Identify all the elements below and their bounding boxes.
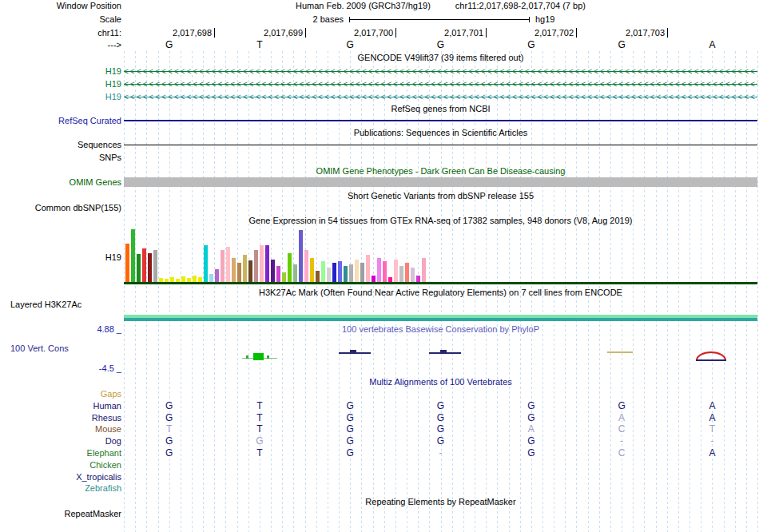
gtex-bar[interactable] xyxy=(399,266,403,282)
species-label[interactable]: Chicken xyxy=(0,460,121,470)
gtex-bar[interactable] xyxy=(310,258,314,282)
gtex-bar[interactable] xyxy=(131,229,135,282)
gtex-bar[interactable] xyxy=(338,261,342,282)
ruler-tick xyxy=(305,28,306,38)
gtex-bar[interactable] xyxy=(153,250,157,282)
alignment-base: G xyxy=(437,436,444,447)
gtex-bar[interactable] xyxy=(321,261,325,282)
gtex-bar[interactable] xyxy=(243,255,247,282)
gtex-bar[interactable] xyxy=(204,245,208,282)
species-label[interactable]: Dog xyxy=(0,436,121,447)
gtex-bar[interactable] xyxy=(355,260,359,282)
gtex-bar[interactable] xyxy=(316,271,320,282)
gencode-transcript-label[interactable]: H19 xyxy=(0,79,121,89)
repeatmasker-label[interactable]: RepeatMasker xyxy=(0,509,121,519)
gencode-transcript-label[interactable]: H19 xyxy=(0,66,121,77)
gtex-bar[interactable] xyxy=(237,263,241,282)
sequences-label[interactable]: Sequences xyxy=(0,140,121,150)
gtex-bar[interactable] xyxy=(405,263,409,282)
gtex-bar[interactable] xyxy=(293,264,297,282)
window-position-label: Window Position xyxy=(0,1,121,11)
h3k27ac-label[interactable]: Layered H3K27Ac xyxy=(10,300,81,310)
gtex-bar[interactable] xyxy=(248,260,252,282)
gtex-bar[interactable] xyxy=(383,261,387,282)
gtex-bar[interactable] xyxy=(260,245,264,282)
gtex-bar[interactable] xyxy=(288,253,292,282)
conservation-mark xyxy=(339,352,371,354)
alignment-base: - xyxy=(710,436,713,447)
h3k27ac-band-bottom[interactable] xyxy=(124,318,757,321)
gtex-gene-label[interactable]: H19 xyxy=(0,252,121,263)
gtex-bar[interactable] xyxy=(327,268,331,282)
ruler-tick xyxy=(395,28,396,38)
alignment-base: G xyxy=(165,413,173,423)
gtex-bar[interactable] xyxy=(193,276,197,282)
scale-bar xyxy=(349,19,530,20)
position-text: chr11:2,017,698-2,017,704 (7 bp) xyxy=(455,1,586,10)
gtex-bar[interactable] xyxy=(411,268,415,282)
gtex-bar[interactable] xyxy=(276,266,280,282)
gtex-bar[interactable] xyxy=(221,250,225,282)
gtex-bar[interactable] xyxy=(349,264,353,282)
alignment-base: G xyxy=(618,401,625,411)
gtex-bar[interactable] xyxy=(372,276,376,282)
gtex-bar[interactable] xyxy=(394,260,398,282)
gencode-transcript-label[interactable]: H19 xyxy=(0,92,121,102)
gtex-bar[interactable] xyxy=(254,250,258,282)
gtex-bar[interactable] xyxy=(137,254,141,282)
gtex-bar[interactable] xyxy=(226,247,230,282)
dbsnp-label[interactable]: Common dbSNP(155) xyxy=(0,203,121,213)
gtex-bar[interactable] xyxy=(271,260,275,282)
gtex-bar[interactable] xyxy=(142,248,146,282)
gencode-title: GENCODE V49lift37 (39 items filtered out… xyxy=(124,53,757,63)
omim-track[interactable] xyxy=(124,177,757,187)
gtex-bar[interactable] xyxy=(299,230,303,282)
alignment-base: G xyxy=(347,436,354,447)
species-label[interactable]: Rhesus xyxy=(0,413,121,423)
omim-genes-label[interactable]: OMIM Genes xyxy=(0,177,121,188)
gtex-bar[interactable] xyxy=(377,258,381,282)
transcript-arrow-row[interactable]: <<<<<<<<<<<<<<<<<<<<<<<<<<<<<<<<<<<<<<<<… xyxy=(124,78,757,90)
gtex-bar[interactable] xyxy=(344,266,348,282)
refseq-curated-label[interactable]: RefSeq Curated xyxy=(0,116,121,126)
transcript-arrow-row[interactable]: <<<<<<<<<<<<<<<<<<<<<<<<<<<<<<<<<<<<<<<<… xyxy=(124,91,757,103)
gtex-bar[interactable] xyxy=(304,250,308,282)
alignment-base: T xyxy=(256,401,262,411)
species-label[interactable]: X_tropicalis xyxy=(0,472,121,482)
ruler-position-label: 2,017,700 xyxy=(313,28,393,38)
conservation-mark xyxy=(246,355,248,359)
phylop-track-label[interactable]: 100 Vert. Cons xyxy=(10,343,69,354)
conservation-mark xyxy=(696,359,726,361)
gtex-bar[interactable] xyxy=(265,245,269,282)
species-label[interactable]: Mouse xyxy=(0,424,121,435)
scale-label: Scale xyxy=(0,14,121,25)
publications-track[interactable] xyxy=(124,145,757,145)
gtex-bar[interactable] xyxy=(366,255,370,282)
gtex-bar[interactable] xyxy=(125,244,129,282)
alignment-base: - xyxy=(439,448,443,459)
alignment-base: T xyxy=(166,424,172,435)
gtex-bar[interactable] xyxy=(232,258,236,282)
species-label[interactable]: Elephant xyxy=(0,448,121,459)
gtex-bar[interactable] xyxy=(181,276,185,282)
gtex-bar[interactable] xyxy=(148,253,152,282)
snps-label[interactable]: SNPs xyxy=(0,153,121,163)
species-label[interactable]: Zebrafish xyxy=(0,483,121,494)
species-label[interactable]: Gaps xyxy=(0,389,121,399)
base-letter: G xyxy=(527,40,534,50)
gtex-bar[interactable] xyxy=(282,272,286,282)
gtex-bar[interactable] xyxy=(360,263,364,282)
gtex-bar[interactable] xyxy=(416,276,420,282)
gtex-bar[interactable] xyxy=(332,263,336,282)
gtex-bar[interactable] xyxy=(209,274,213,282)
species-label[interactable]: Human xyxy=(0,401,121,411)
transcript-arrow-row[interactable]: <<<<<<<<<<<<<<<<<<<<<<<<<<<<<<<<<<<<<<<<… xyxy=(124,66,757,77)
gtex-bar[interactable] xyxy=(215,269,219,282)
assembly-title: Human Feb. 2009 (GRCh37/hg19) xyxy=(296,1,431,10)
gtex-bar[interactable] xyxy=(422,258,426,282)
refseq-track[interactable] xyxy=(124,120,757,121)
ruler-tick xyxy=(214,28,215,38)
ruler-position-label: 2,017,703 xyxy=(585,28,665,38)
base-letter: G xyxy=(165,40,173,50)
ruler-tick xyxy=(576,28,577,38)
